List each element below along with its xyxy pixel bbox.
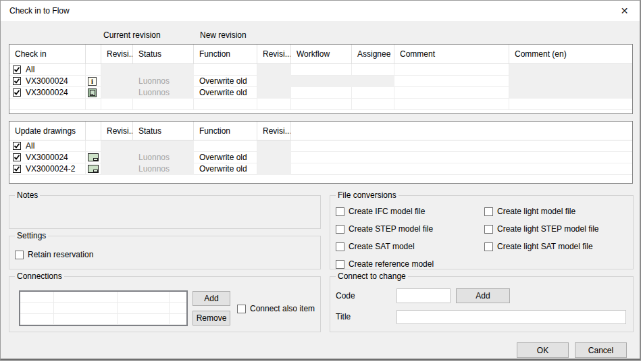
create-sat-checkbox[interactable] [336, 242, 344, 251]
connect-to-change-label: Connect to change [336, 271, 408, 281]
revision-cell [101, 76, 133, 87]
model-icon [88, 88, 97, 97]
workflow-cell [291, 76, 352, 87]
checkbox-item[interactable] [13, 77, 21, 85]
checkbox-all-checkin[interactable] [13, 66, 21, 74]
create-sat-label: Create SAT model [349, 242, 415, 251]
revision-cell [101, 140, 133, 152]
revision-new-cell [257, 76, 291, 87]
function-cell[interactable] [194, 140, 257, 152]
row-label: VX3000024 [26, 76, 68, 86]
update-drawings-table: Update drawings Revisi... Status Functio… [9, 121, 633, 184]
header-check-in: Check in [9, 45, 86, 64]
settings-group: Settings Retain reservation [9, 236, 321, 269]
checkbox-item[interactable] [13, 88, 21, 97]
empty-cell [394, 99, 509, 110]
create-step-label: Create STEP model file [349, 224, 433, 234]
create-light-model-checkbox[interactable] [484, 207, 493, 216]
empty-cell [257, 99, 291, 110]
settings-label: Settings [15, 231, 48, 240]
create-light-model-row: Create light model file [484, 207, 575, 216]
create-step-checkbox[interactable] [336, 225, 344, 234]
header-comment: Comment [394, 45, 509, 64]
header-revision-current: Revisi... [101, 45, 133, 64]
icon-cell [86, 64, 101, 76]
empty-cell [352, 99, 394, 110]
add-connection-button[interactable]: Add [193, 291, 230, 306]
header-assignee: Assignee [352, 45, 394, 64]
drawing-icon [88, 153, 99, 161]
empty-cell [133, 99, 194, 110]
table-row: VX3000024 [9, 76, 86, 87]
function-cell[interactable] [194, 64, 257, 76]
list-cell [118, 303, 170, 313]
row-label: VX3000024 [26, 153, 68, 162]
icon-cell: i [86, 76, 101, 87]
workflow-cell[interactable] [291, 87, 352, 99]
comment-cell[interactable] [394, 87, 509, 99]
connections-list[interactable] [19, 290, 188, 326]
notes-label: Notes [15, 190, 40, 200]
comment-en-cell [509, 76, 632, 87]
connect-also-item-row: Connect also item [237, 304, 315, 313]
status-cell [133, 64, 194, 76]
checkbox-item[interactable] [13, 153, 21, 161]
function-text: Overwrite old [199, 164, 247, 174]
header-revision-new: Revisi... [257, 45, 291, 64]
header-status: Status [133, 122, 194, 140]
function-cell[interactable]: Overwrite old [194, 76, 257, 87]
header-icon-col [86, 45, 101, 64]
label-new-revision: New revision [200, 30, 247, 40]
status-cell: Luonnos [133, 76, 194, 87]
create-ifc-label: Create IFC model file [349, 207, 425, 216]
close-button[interactable]: ✕ [609, 1, 640, 21]
create-ifc-checkbox[interactable] [336, 207, 344, 216]
status-text: Luonnos [138, 88, 170, 97]
comment-cell[interactable] [394, 64, 509, 76]
function-cell[interactable]: Overwrite old [194, 152, 257, 163]
function-cell[interactable]: Overwrite old [194, 163, 257, 175]
function-cell[interactable]: Overwrite old [194, 87, 257, 99]
remove-connection-button[interactable]: Remove [193, 311, 230, 326]
header-revision-new: Revisi... [257, 122, 291, 140]
function-text: Overwrite old [199, 76, 247, 86]
assignee-cell[interactable] [352, 87, 394, 99]
status-cell [133, 140, 194, 152]
create-step-row: Create STEP model file [336, 224, 433, 234]
assignee-cell[interactable] [352, 64, 394, 76]
create-light-sat-checkbox[interactable] [484, 242, 493, 251]
status-text: Luonnos [138, 164, 170, 174]
assignee-cell [352, 76, 394, 87]
comment-cell[interactable] [394, 76, 509, 87]
create-reference-checkbox[interactable] [336, 260, 344, 269]
list-cell [118, 314, 170, 325]
list-cell [170, 314, 186, 325]
retain-reservation-checkbox[interactable] [15, 251, 24, 259]
create-light-sat-row: Create light SAT model file [484, 242, 593, 251]
list-cell [118, 292, 170, 303]
header-workflow: Workflow [291, 45, 352, 64]
change-add-button[interactable]: Add [456, 288, 510, 303]
empty-cell [509, 99, 632, 110]
list-cell [170, 292, 186, 303]
checkin-table: Check in Revisi... Status Function Revis… [9, 44, 633, 114]
comment-en-cell [509, 64, 632, 76]
list-cell [20, 314, 54, 325]
title-input[interactable] [396, 310, 626, 324]
empty-cell [291, 152, 632, 163]
checkbox-item[interactable] [13, 165, 21, 173]
connections-label: Connections [15, 271, 64, 281]
code-input[interactable] [396, 288, 451, 303]
connect-also-item-checkbox[interactable] [237, 305, 246, 313]
checkbox-all-drawings[interactable] [13, 142, 21, 150]
table-row: VX3000024-2 [9, 163, 86, 175]
list-cell [20, 303, 54, 313]
icon-cell [86, 152, 101, 163]
ok-button[interactable]: OK [517, 342, 569, 358]
header-function: Function [194, 122, 257, 140]
status-cell: Luonnos [133, 163, 194, 175]
create-light-step-checkbox[interactable] [484, 225, 493, 234]
workflow-cell[interactable] [291, 64, 352, 76]
create-reference-label: Create reference model [349, 259, 434, 269]
cancel-button[interactable]: Cancel [575, 342, 627, 358]
